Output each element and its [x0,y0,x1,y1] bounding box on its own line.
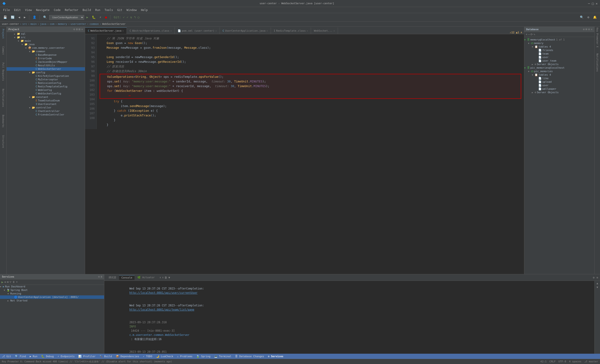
menu-refactor[interactable]: Refactor [63,8,80,12]
services-gear-icon[interactable]: ≡ [101,275,102,278]
tab-close-icon[interactable]: ✕ [122,29,124,32]
db-icon-2[interactable]: ⊞ [585,28,587,31]
services-settings-icon[interactable]: ⚙ [98,275,100,278]
toolbar-profiler[interactable]: 📊 Profiler [78,355,96,358]
tab-websocketserver[interactable]: C WebSocketServer.java ✕ [85,27,127,34]
structure-icon[interactable]: Structure [1,134,5,149]
db-item-pic-memories[interactable]: ▼ 🗃 pic_memories [524,70,594,73]
console-clear-icon[interactable]: 🗑 [165,276,167,279]
pull-requests-icon[interactable]: Pull Requests [1,62,5,82]
sync-button[interactable]: 🔄 [9,15,16,20]
toolbar-debug[interactable]: 🐛 Debug [41,355,54,358]
db-item-upload[interactable]: ▶ 📄 upload [524,80,594,84]
menu-file[interactable]: File [1,8,12,12]
breadcrumb-memory[interactable]: memory [58,22,67,26]
tab-console[interactable]: Console [119,275,134,280]
tab-actuator[interactable]: 🌿 Actuator [135,275,157,280]
tree-item-controller[interactable]: ▼ 📂 controller [7,106,85,109]
services-pause-icon[interactable]: ⏸ [12,280,15,284]
tree-item-java[interactable]: ▼ 📁 java [7,43,85,46]
db-item-pic-memories-localhost[interactable]: ▼ 🗄 pic_memories@localhost [524,66,594,70]
code-editor[interactable]: 91 92 93 94 95 96 97 98 99 100 101 102 1… [85,34,524,274]
run-coverage-button[interactable]: ⚡ [98,15,103,20]
tree-item-websocketconfig[interactable]: ▶ C WebSocketConfig [7,92,85,95]
tab-debug[interactable]: 调试器 [106,275,119,280]
tree-item-redission[interactable]: ▶ C RedissionConfig [7,81,85,85]
services-item-not-started[interactable]: ▶ Not Started [0,299,104,302]
breadcrumb-src[interactable]: src [22,22,27,26]
menu-edit[interactable]: Edit [12,8,23,12]
tree-item-userconstant[interactable]: ▶ I UserConstant [7,102,85,106]
tree-item-webconfig[interactable]: ▶ C WebConfig [7,88,85,92]
toolbar-problems[interactable]: ⚠ Problems [177,355,192,358]
menu-run[interactable]: Run [93,8,102,12]
db-minus-icon[interactable]: − [528,33,530,36]
services-item-spring-boot[interactable]: ▼ 🍃 Spring Boot [0,288,104,292]
forward-button[interactable]: ▶ [22,15,27,20]
tab-close-icon[interactable]: ✕ [307,29,308,32]
toolbar-run[interactable]: ▶ Run [30,355,38,358]
tab-redistemplate[interactable]: I RedisTemplate.class ✕ [271,27,311,34]
console-down-icon[interactable]: ⬇ [162,276,164,279]
close-button[interactable]: ✕ [596,2,598,5]
toolbar-luacheck[interactable]: 🌙 LuaCheck [156,355,173,358]
tree-item-knife4j[interactable]: ▶ C Knife4jConfiguration [7,74,85,78]
breadcrumb-project[interactable]: user-center [2,22,19,26]
minimize-button[interactable]: ─ [588,2,590,5]
services-item-running[interactable]: ▼ Running [0,292,104,295]
tree-item-websocketserver[interactable]: ▶ C WebSocketServer [7,67,85,71]
tab-websocket2[interactable]: WebSocket... ✕ [311,27,338,34]
tree-item-jackson[interactable]: ▶ C JacksonObjectMapper [7,60,85,64]
toolbar-find[interactable]: 🔍 Find [15,355,26,358]
tab-abstractoperations[interactable]: C AbstractOperations.class ✕ [127,27,175,34]
project-icon[interactable]: Project [1,28,5,40]
scroll-down-icon[interactable]: ▼ [597,286,598,289]
key-promoter-icon[interactable]: Key Promoter X [596,28,599,47]
db-item-server-objects-1[interactable]: ▶ ⚙ Server Objects [524,63,594,66]
db-add-icon[interactable]: + [526,33,527,36]
tree-item-chatcontroller[interactable]: ▶ C ChatController [7,109,85,113]
db-refresh-icon[interactable]: ⟳ [530,33,533,36]
toolbar-git[interactable]: ⎇ Git [2,355,11,358]
tree-item-errorcode[interactable]: ▶ E ErrorCode [7,57,85,60]
console-link-1[interactable]: http://localhost:8081/api/user/currentUs… [129,291,197,294]
user-button[interactable]: 👤 [31,15,38,20]
toolbar-endpoints[interactable]: ⚡ Endpoints [58,355,75,358]
toolbar-terminal[interactable]: 💻 Terminal [214,355,232,358]
db-item-like[interactable]: ▶ 📄 like [524,77,594,80]
status-charset[interactable]: UTF-8 [559,360,566,363]
tree-item-myinterceptor[interactable]: ▶ C MyInterceptor [7,78,85,81]
status-branch[interactable]: ⎇ master [584,360,598,363]
project-panel-icons[interactable]: ⚙ ≡ ⊞ ✕ [73,28,83,31]
db-item-friends[interactable]: ▶ 📄 friends [524,48,594,52]
run-config-dropdown[interactable]: UserCenterApplication [49,15,84,20]
commit-icon[interactable]: Commit [1,46,5,56]
tab-close-icon[interactable]: ✕ [216,29,217,32]
tree-item-config[interactable]: ▼ 📂 config [7,71,85,74]
toolbar-build[interactable]: 🔨 Build [99,355,112,358]
menu-tools[interactable]: Tools [103,8,115,12]
run-button[interactable]: ▶ [85,15,90,20]
services-item-run-dashboard[interactable]: ▼ ▶ Run Dashboard [0,285,104,288]
services-item-usercenter-app[interactable]: ▶ 🌀 UserCenterApplication [devtools] :80… [0,295,104,299]
services-run-icon[interactable]: ▶ [1,280,3,284]
db-edit-icon[interactable]: ✎ [534,33,535,36]
db-item-user-team[interactable]: ▶ 📄 user_team [524,59,594,63]
menu-code[interactable]: Code [52,8,63,12]
toolbar-db-changes[interactable]: 🗄 Database Changes [235,355,264,358]
bookmarks-icon[interactable]: Bookmarks [1,114,5,128]
console-up-icon[interactable]: ⬆ [159,276,161,279]
menu-help[interactable]: Help [139,8,150,12]
tab-close-icon[interactable]: ✕ [334,29,335,32]
console-settings-icon[interactable]: ⚙ [593,276,595,279]
breadcrumb-com[interactable]: com [50,22,54,26]
tree-item-main[interactable]: ▼ 📁 main [7,39,85,43]
toolbar-spring[interactable]: 🍃 Spring [196,355,210,358]
stop-button[interactable]: ■ [103,15,108,20]
db-item-team[interactable]: ▶ 📄 team [524,52,594,55]
notifications-right-icon[interactable]: Notifications [596,53,599,72]
debug-button[interactable]: 🐛 [91,15,97,20]
back-button[interactable]: ◀ [17,15,22,20]
menu-build[interactable]: Build [81,8,93,12]
status-indent[interactable]: 4 spaces [569,360,581,363]
